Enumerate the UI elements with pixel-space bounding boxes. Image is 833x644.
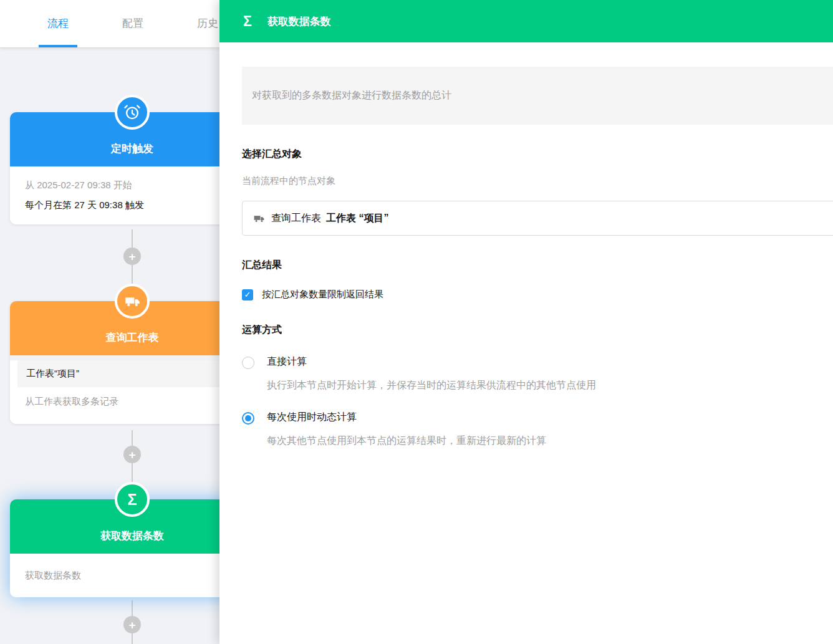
aggregate-object-select[interactable]: 查询工作表 工作表 “项目”: [242, 201, 833, 236]
node-header: Σ 获取数据条数: [10, 499, 254, 554]
add-node-button[interactable]: +: [123, 248, 141, 265]
truck-icon: [253, 213, 265, 224]
add-node-button[interactable]: +: [123, 446, 141, 463]
section-heading-calc-mode: 运算方式: [242, 324, 833, 337]
tab-config[interactable]: 配置: [95, 0, 170, 47]
drawer-title: 获取数据条数: [267, 14, 331, 29]
plus-icon: +: [128, 449, 135, 461]
plus-icon: +: [128, 619, 135, 631]
checkbox-checked-icon: ✓: [242, 289, 253, 300]
node-title: 查询工作表: [106, 330, 159, 345]
node-header: 查询工作表: [10, 301, 254, 355]
drawer-body: 对获取到的多条数据对象进行数据条数的总计 选择汇总对象 当前流程中的节点对象 查…: [219, 42, 833, 448]
query-mode-text: 从工作表获取多条记录: [10, 387, 254, 424]
aggregate-object-sublabel: 当前流程中的节点对象: [242, 175, 833, 187]
node-get-record-count[interactable]: Σ 获取数据条数 获取数据条数: [10, 499, 254, 597]
truck-icon: [115, 284, 150, 319]
trigger-start-text: 从 2025-02-27 09:38 开始: [25, 180, 239, 191]
radio-checked-icon: [242, 412, 254, 425]
radio-label: 直接计算: [267, 355, 596, 368]
node-query-worksheet[interactable]: 查询工作表 工作表“项目” 从工作表获取多条记录: [10, 301, 254, 424]
count-summary-text: 获取数据条数: [10, 554, 254, 597]
checkbox-label: 按汇总对象数量限制返回结果: [262, 289, 383, 300]
node-description: 对获取到的多条数据对象进行数据条数的总计: [242, 67, 833, 125]
node-body: 工作表“项目” 从工作表获取多条记录: [10, 360, 254, 424]
selected-node-type: 查询工作表: [271, 212, 321, 225]
node-timer-trigger[interactable]: 定时触发 从 2025-02-27 09:38 开始 每个月在第 27 天 09…: [10, 112, 254, 224]
calc-mode-radio-group: 直接计算 执行到本节点时开始计算，并保存当时的运算结果供流程中的其他节点使用 每…: [242, 355, 833, 448]
alarm-clock-icon: [115, 95, 150, 130]
sigma-icon: Σ: [115, 482, 150, 517]
section-heading-result: 汇总结果: [242, 259, 833, 272]
drawer-header: Σ 获取数据条数: [219, 0, 833, 42]
radio-description: 每次其他节点使用到本节点的运算结果时，重新进行最新的计算: [267, 435, 546, 448]
add-node-button[interactable]: +: [123, 616, 141, 633]
radio-description: 执行到本节点时开始计算，并保存当时的运算结果供流程中的其他节点使用: [267, 379, 596, 392]
selected-node-value: 工作表 “项目”: [326, 212, 388, 225]
limit-results-checkbox[interactable]: ✓ 按汇总对象数量限制返回结果: [242, 289, 383, 300]
node-title: 定时触发: [111, 142, 153, 156]
sigma-glyph: Σ: [127, 492, 137, 507]
node-body: 获取数据条数: [10, 554, 254, 597]
tab-flow[interactable]: 流程: [21, 0, 95, 47]
trigger-rule-text: 每个月在第 27 天 09:38 触发: [25, 199, 239, 211]
section-heading-aggregate-object: 选择汇总对象: [242, 148, 833, 161]
check-icon: ✓: [244, 290, 251, 299]
radio-direct-calc[interactable]: 直接计算 执行到本节点时开始计算，并保存当时的运算结果供流程中的其他节点使用: [242, 355, 596, 392]
node-header: 定时触发: [10, 112, 254, 166]
node-config-drawer: Σ 获取数据条数 对获取到的多条数据对象进行数据条数的总计 选择汇总对象 当前流…: [219, 0, 833, 644]
plus-icon: +: [128, 251, 135, 262]
node-body: 从 2025-02-27 09:38 开始 每个月在第 27 天 09:38 触…: [10, 166, 254, 224]
radio-unchecked-icon: [242, 357, 254, 369]
node-title: 获取数据条数: [100, 529, 164, 543]
sigma-icon: Σ: [243, 14, 252, 29]
radio-label: 每次使用时动态计算: [267, 411, 546, 424]
worksheet-name-row: 工作表“项目”: [17, 360, 247, 387]
radio-dynamic-calc[interactable]: 每次使用时动态计算 每次其他节点使用到本节点的运算结果时，重新进行最新的计算: [242, 411, 546, 448]
